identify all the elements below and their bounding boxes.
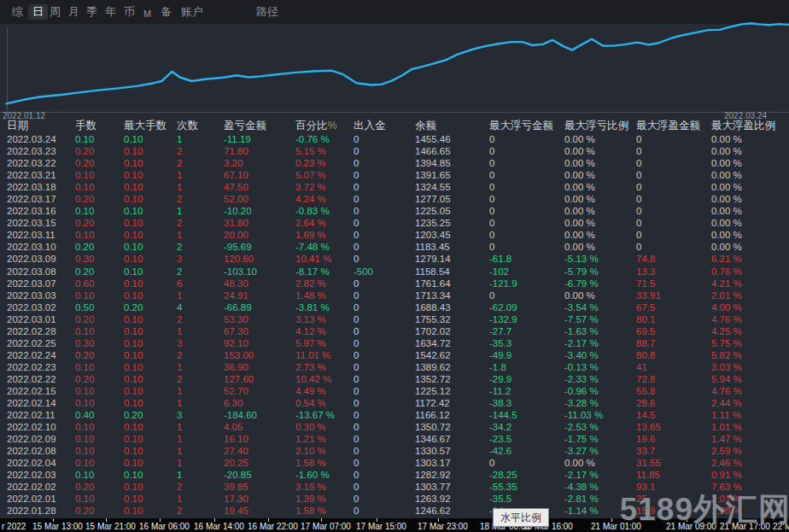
cell-4: 47.50 [224, 181, 295, 193]
table-row[interactable]: 2022.03.180.100.10147.503.72 %01324.5500… [0, 181, 789, 193]
cell-5: -0.83 % [295, 205, 354, 217]
cell-11: 0.00 % [711, 157, 789, 169]
cell-11: 2.59 % [711, 445, 789, 457]
cell-4: 31.80 [224, 217, 295, 229]
equity-chart-area[interactable]: 2022.01.12 2022.03.24 [0, 24, 789, 119]
cell-11: 0.00 % [711, 217, 789, 229]
cell-11: 4.21 % [711, 278, 789, 289]
cell-6: 0 [354, 253, 415, 265]
cell-1: 0.10 [75, 469, 124, 481]
cell-2: 0.10 [124, 469, 177, 481]
menu-item-daily[interactable]: 日 [28, 4, 48, 20]
table-row[interactable]: 2022.02.220.200.102127.6010.42 %01352.72… [0, 373, 789, 385]
cell-2: 0.10 [124, 266, 177, 278]
cell-9: 0.00 % [564, 217, 636, 229]
table-row[interactable]: 2022.02.250.300.10392.105.97 %01634.72-3… [0, 337, 789, 349]
table-row[interactable]: 2022.02.240.200.102153.0011.01 %01542.62… [0, 349, 789, 361]
cell-3: 1 [177, 289, 224, 301]
table-row[interactable]: 2022.03.160.100.101-10.20-0.83 %01225.05… [0, 205, 789, 217]
cell-10: 13.3 [636, 266, 711, 278]
time-axis-label: 15 Mar 21:00 [85, 522, 136, 531]
cell-1: 0.20 [75, 349, 124, 361]
table-row[interactable]: 2022.02.040.100.10120.251.58 %01303.1700… [0, 457, 789, 469]
cell-6: 0 [354, 301, 415, 313]
table-row[interactable]: 2022.02.150.100.10152.704.49 %01225.12-1… [0, 385, 789, 397]
table-row[interactable]: 2022.02.140.100.1016.300.54 %01172.42-38… [0, 397, 789, 409]
cell-9: 0.00 % [564, 157, 636, 169]
table-row[interactable]: 2022.03.090.300.103120.6010.41 %01279.14… [0, 253, 789, 265]
cell-0: 2022.02.11 [7, 409, 75, 421]
cell-11: 2.01 % [711, 289, 789, 301]
cell-10: 33.91 [636, 289, 711, 301]
cell-9: 0.00 % [564, 289, 636, 301]
table-row[interactable]: 2022.03.240.100.101-11.19-0.76 %01455.46… [0, 133, 789, 145]
table-row[interactable]: 2022.03.020.500.204-66.89-3.81 %01688.43… [0, 301, 789, 313]
menu-item-5[interactable]: 年 [105, 5, 116, 19]
table-row[interactable]: 2022.03.010.200.10253.303.13 %01755.32-1… [0, 313, 789, 325]
cell-5: 1.48 % [295, 289, 354, 301]
cell-4: 20.00 [224, 229, 295, 241]
equity-curve-chart[interactable] [0, 21, 789, 117]
daily-results-table[interactable]: 2022.03.240.100.101-11.19-0.76 %01455.46… [0, 133, 789, 518]
table-row[interactable]: 2022.03.030.100.10124.911.48 %01713.3400… [0, 289, 789, 301]
menu-item-3[interactable]: 月 [68, 5, 79, 19]
cell-11: 5.75 % [711, 337, 789, 349]
table-row[interactable]: 2022.03.110.100.10120.001.69 %01203.4500… [0, 229, 789, 241]
table-row[interactable]: 2022.03.230.200.10271.805.15 %01466.6500… [0, 145, 789, 157]
cell-11: 2.44 % [711, 397, 789, 409]
cell-0: 2022.03.16 [7, 205, 75, 217]
cell-3: 1 [177, 493, 224, 505]
table-row[interactable]: 2022.02.100.100.1014.050.30 %01350.72-34… [0, 421, 789, 433]
menu-item-7[interactable]: M [143, 7, 151, 20]
cell-3: 1 [177, 421, 224, 433]
cell-2: 0.10 [124, 229, 177, 241]
cell-0: 2022.03.08 [7, 266, 75, 278]
cell-0: 2022.02.24 [7, 349, 75, 361]
table-row[interactable]: 2022.02.110.400.203-184.60-13.67 %01166.… [0, 409, 789, 421]
cell-6: 0 [354, 373, 415, 385]
cell-9: -3.54 % [564, 301, 636, 313]
column-header-10: 最大浮盈金额 [636, 119, 711, 133]
cell-2: 0.10 [124, 217, 177, 229]
table-row[interactable]: 2022.02.280.100.10167.304.12 %01702.02-2… [0, 325, 789, 337]
cell-0: 2022.03.17 [7, 193, 75, 205]
cell-1: 0.30 [75, 337, 124, 349]
table-row[interactable]: 2022.03.100.200.102-95.69-7.48 %01183.45… [0, 241, 789, 253]
equity-curve-line [6, 23, 789, 103]
cell-6: -500 [354, 266, 415, 278]
cell-4: 48.30 [224, 278, 295, 289]
table-row[interactable]: 2022.03.080.200.102-103.10-8.17 %-500115… [0, 266, 789, 278]
cell-7: 1303.17 [415, 457, 489, 469]
table-row[interactable]: 2022.03.210.100.10167.105.07 %01391.6500… [0, 169, 789, 181]
cell-11: 3.03 % [711, 361, 789, 373]
menu-item-4[interactable]: 季 [86, 5, 97, 19]
cell-0: 2022.01.28 [7, 505, 75, 517]
table-row[interactable]: 2022.02.230.100.10136.902.73 %01389.62-1… [0, 361, 789, 373]
menu-item-6[interactable]: 币 [124, 5, 135, 19]
cell-0: 2022.02.02 [7, 481, 75, 493]
table-row[interactable]: 2022.02.080.100.10127.402.10 %01330.57-4… [0, 445, 789, 457]
table-row[interactable]: 2022.03.150.200.10231.802.64 %01235.2500… [0, 217, 789, 229]
cell-3: 1 [177, 385, 224, 397]
cell-7: 1391.65 [415, 169, 489, 181]
cell-5: 1.39 % [295, 493, 354, 505]
table-row[interactable]: 2022.03.070.600.10648.302.82 %01761.64-1… [0, 278, 789, 289]
cell-3: 1 [177, 361, 224, 373]
column-header-0: 日期 [7, 119, 75, 133]
menu-item-8[interactable]: 备 [161, 5, 172, 19]
table-row[interactable]: 2022.02.090.100.10116.101.21 %01346.67-2… [0, 433, 789, 445]
table-row[interactable]: 2022.03.170.200.10252.004.24 %01277.0500… [0, 193, 789, 205]
cell-7: 1352.72 [415, 373, 489, 385]
cell-10: 14.5 [636, 409, 711, 421]
cell-10: 0 [636, 145, 711, 157]
cell-2: 0.10 [124, 421, 177, 433]
table-row[interactable]: 2022.03.220.200.1023.200.23 %01394.8500.… [0, 157, 789, 169]
menu-item-10[interactable]: 路径 [256, 5, 278, 19]
menu-item-0[interactable]: 综 [12, 5, 23, 19]
table-row[interactable]: 2022.02.030.100.101-20.85-1.60 %01282.92… [0, 469, 789, 481]
cell-8: -34.2 [489, 421, 564, 433]
menu-item-2[interactable]: 周 [50, 5, 61, 19]
menu-item-9[interactable]: 账户 [181, 5, 203, 19]
cell-6: 0 [354, 445, 415, 457]
cell-3: 3 [177, 409, 224, 421]
